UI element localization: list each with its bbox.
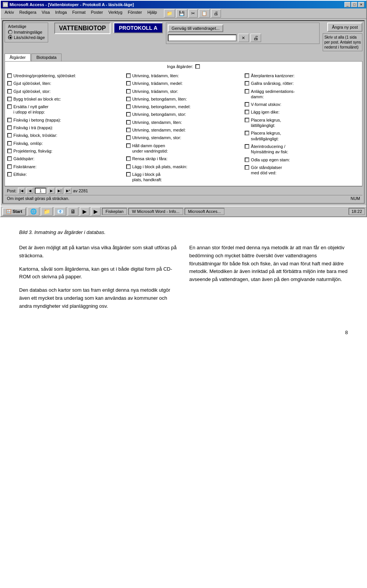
genväg-input[interactable] — [168, 34, 237, 41]
nav-prev[interactable]: ◀ — [26, 188, 33, 194]
checkbox-c2-1[interactable] — [126, 73, 131, 78]
toolbar-btn-4[interactable]: 📋 — [199, 9, 210, 18]
label-c2-13: Lägg i block påplats, handkraft: — [132, 172, 162, 183]
genväg-action-btn[interactable]: ✕ — [238, 34, 249, 42]
checkbox-c1-9[interactable] — [7, 141, 12, 146]
checkbox-c1-10[interactable] — [7, 149, 12, 153]
nav-next[interactable]: ▶ — [48, 188, 55, 194]
checkbox-c2-3[interactable] — [126, 89, 131, 94]
menu-verktyg[interactable]: Verktyg — [106, 9, 125, 18]
menu-format[interactable]: Format — [70, 9, 88, 18]
angra-button[interactable]: Ångra ny post — [327, 23, 362, 32]
checkbox-c1-11[interactable] — [7, 156, 12, 161]
checkbox-c1-5[interactable] — [7, 104, 12, 109]
checkbox-c2-6[interactable] — [126, 112, 131, 117]
checkbox-c1-8[interactable] — [7, 133, 12, 138]
checkbox-c1-4[interactable] — [7, 97, 12, 101]
checkbox-c2-13[interactable] — [126, 172, 131, 177]
toolbar-btn-3[interactable]: ✂ — [188, 9, 198, 18]
quicklaunch-4[interactable]: 🖥 — [68, 207, 78, 216]
radio-inmatning-circle[interactable] — [8, 30, 13, 34]
menu-fönster[interactable]: Fönster — [125, 9, 144, 18]
radio-las-sok[interactable]: Läs/sök/red-läge — [8, 35, 45, 40]
quicklaunch-3[interactable]: 📧 — [54, 207, 66, 216]
start-button[interactable]: 🪟 Start — [2, 208, 26, 216]
list-item: Utrivning, stendamm, medel: — [126, 127, 241, 133]
checkbox-c3-8[interactable] — [245, 144, 249, 149]
menu-infoga[interactable]: Infoga — [53, 9, 69, 18]
quicklaunch-6[interactable]: ▶ — [91, 207, 101, 216]
checkbox-c1-12[interactable] — [7, 164, 12, 169]
checkbox-c3-2[interactable] — [245, 81, 249, 86]
quicklaunch-2[interactable]: 📁 — [41, 207, 53, 216]
quicklaunch-5[interactable]: ▶ — [80, 207, 89, 216]
toolbar-btn-5[interactable]: 🖨 — [211, 9, 221, 18]
label-c2-1: Utrivning, trädamm, liten: — [132, 73, 179, 78]
taskbar-app-fiskeplan[interactable]: Fiskeplan — [102, 208, 127, 215]
checkbox-c1-6[interactable] — [7, 118, 12, 122]
document-area: Bild 3. Inmatning av åtgärder i databas.… — [0, 217, 367, 343]
checkbox-c1-1[interactable] — [7, 73, 12, 78]
checkbox-c2-12[interactable] — [126, 164, 131, 169]
checkbox-c3-7[interactable] — [245, 131, 249, 135]
menu-visa[interactable]: Visa — [39, 9, 52, 18]
checkbox-c2-2[interactable] — [126, 81, 131, 86]
list-item: Fiskräknare: — [7, 164, 122, 169]
menu-hjälp[interactable]: Hjälp — [145, 9, 159, 18]
tab-atgarder[interactable]: Åtgärder — [5, 54, 31, 61]
nav-new[interactable]: ▶* — [65, 188, 71, 194]
print-btn[interactable]: 🖨 — [250, 34, 261, 42]
maximize-button[interactable]: □ — [351, 2, 357, 7]
toolbar-btn-2[interactable]: 💾 — [176, 9, 187, 18]
close-button[interactable]: ✕ — [358, 2, 364, 7]
list-item: Utrivning, stendamm, stor: — [126, 135, 241, 140]
checkbox-c2-5[interactable] — [126, 104, 131, 109]
checkbox-c3-4[interactable] — [245, 102, 249, 107]
label-c1-2: Gjut sjötröskel, liten: — [13, 81, 51, 86]
taskbar-app-access[interactable]: Microsoft Acces... — [185, 208, 224, 215]
checkbox-c2-10[interactable] — [126, 143, 131, 148]
checkbox-c1-13[interactable] — [7, 172, 12, 177]
taskbar: 🪟 Start 🌐 📁 📧 🖥 ▶ ▶ Fiskeplan W Microsof… — [1, 206, 366, 216]
genväg-button[interactable]: Genväg till vattendraget... — [168, 24, 223, 32]
checkbox-c3-3[interactable] — [245, 89, 249, 94]
checkbox-c2-8[interactable] — [126, 128, 131, 132]
checkbox-c2-11[interactable] — [126, 156, 131, 161]
bild-caption: Bild 3. Inmatning av åtgärder i databas. — [19, 229, 348, 236]
checkbox-c3-6[interactable] — [245, 118, 249, 122]
checkbox-c1-3[interactable] — [7, 89, 12, 94]
list-item: Utrivning, betongdamm, liten: — [126, 96, 241, 102]
minimize-button[interactable]: _ — [344, 2, 351, 7]
checkbox-c3-10[interactable] — [245, 165, 249, 170]
toolbar-btn-1[interactable]: 📁 — [164, 9, 175, 18]
menu-redigera[interactable]: Redigera — [17, 9, 39, 18]
menu-arkiv[interactable]: Arkiv — [2, 9, 16, 18]
label-c1-1: Utredning/projektering, sjötröskel: — [13, 73, 76, 78]
checkbox-c1-7[interactable] — [7, 125, 12, 130]
doc-body: Bild 3. Inmatning av åtgärder i databas.… — [0, 217, 367, 322]
label-c2-12: Lägg i block på plats, maskin: — [132, 164, 187, 169]
list-item: Lägg igen dike: — [245, 109, 360, 115]
checkbox-c2-4[interactable] — [126, 97, 131, 101]
checkbox-c1-2[interactable] — [7, 81, 12, 86]
doc-para-4: En annan stor fördel med denna nya metod… — [189, 244, 348, 284]
radio-inmatning[interactable]: Inmatningsläge — [8, 30, 45, 34]
columns-grid: Utredning/projektering, sjötröskel: Gjut… — [7, 72, 360, 184]
nav-current-input[interactable] — [35, 188, 46, 194]
inga-atgarder-checkbox[interactable] — [195, 64, 200, 69]
tab-biotopdata[interactable]: Biotopdata — [31, 54, 62, 61]
quicklaunch-1[interactable]: 🌐 — [28, 207, 39, 216]
taskbar-app-word[interactable]: W Microsoft Word - Info... — [128, 208, 183, 215]
nav-first[interactable]: |◀ — [18, 188, 25, 194]
radio-las-sok-circle[interactable] — [8, 35, 13, 40]
checkbox-c2-7[interactable] — [126, 120, 131, 125]
label-c1-10: Projektering, fiskväg: — [13, 148, 52, 154]
label-c2-11: Rensa skräp i fåra: — [132, 156, 167, 161]
checkbox-c3-1[interactable] — [245, 73, 249, 78]
checkbox-c3-5[interactable] — [245, 110, 249, 114]
checkbox-c2-9[interactable] — [126, 135, 131, 140]
label-c3-9: Odla upp egen stam: — [251, 157, 290, 162]
checkbox-c3-9[interactable] — [245, 158, 249, 162]
nav-last[interactable]: ▶| — [56, 188, 63, 194]
menu-poster[interactable]: Poster — [89, 9, 106, 18]
